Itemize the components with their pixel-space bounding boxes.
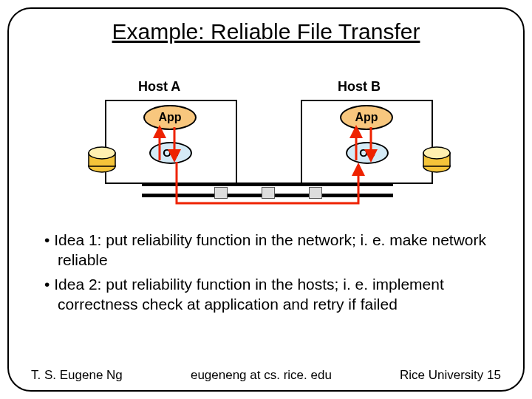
bullet-idea1: • Idea 1: put reliability function in th… <box>44 231 488 270</box>
router-node <box>262 187 275 199</box>
disk-icon <box>421 146 452 175</box>
diagram-area: Host A App OS Host B App OS <box>53 79 482 219</box>
host-a-label: Host A <box>138 79 180 95</box>
footer-email: eugeneng at cs. rice. edu <box>191 368 332 383</box>
arrow-app-os-a <box>146 120 191 171</box>
disk-icon <box>86 146 117 175</box>
slide-title: Example: Reliable File Transfer <box>9 19 523 44</box>
arrow-app-os-b <box>343 120 387 171</box>
footer-author: T. S. Eugene Ng <box>31 368 123 383</box>
footer-org: Rice University 15 <box>400 368 501 383</box>
bullet-idea2: • Idea 2: put reliability function in th… <box>44 275 488 315</box>
bullet-list: • Idea 1: put reliability function in th… <box>44 231 488 319</box>
svg-point-7 <box>423 147 450 159</box>
host-b-label: Host B <box>338 79 381 95</box>
svg-point-2 <box>89 147 115 159</box>
slide-footer: T. S. Eugene Ng eugeneng at cs. rice. ed… <box>31 368 501 383</box>
router-node <box>214 187 228 199</box>
router-node <box>309 187 322 199</box>
